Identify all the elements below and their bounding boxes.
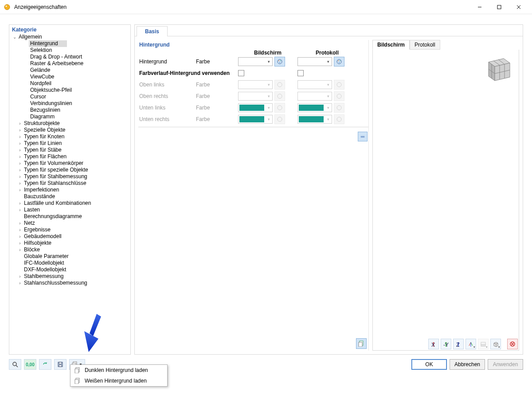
palette-icon [274, 114, 285, 124]
tree-item[interactable]: ⌄Allgemein [11, 34, 129, 40]
svg-rect-64 [75, 379, 78, 384]
view-layers-button: ▾ [478, 339, 489, 349]
tree-item[interactable]: Diagramm [11, 113, 129, 120]
tree-item[interactable]: ›Imperfektionen [11, 187, 129, 193]
row-background: Hintergrund Farbe ▾ ▾ [138, 56, 368, 67]
tab-basis[interactable]: Basis [137, 26, 168, 36]
tree-item[interactable]: ›Typen für Stäbe [11, 147, 129, 153]
app-icon [4, 4, 11, 11]
tree-item[interactable]: ›Stahlanschlussbemessung [11, 280, 129, 286]
tree-item[interactable]: Raster & Arbeitsebene [11, 60, 129, 67]
tree-item[interactable]: Bauzustände [11, 193, 129, 200]
gradient-screen-checkbox[interactable] [238, 70, 244, 76]
tree-item[interactable]: ›Typen für Volumenkörper [11, 160, 129, 167]
tree-item[interactable]: ›Hilfsobjekte [11, 240, 129, 246]
svg-point-52 [13, 362, 16, 366]
category-heading: Kategorie [9, 25, 130, 34]
bg-screen-color[interactable]: ▾ [238, 57, 273, 66]
tree-item[interactable]: Bezugslinien [11, 107, 129, 113]
tree-item[interactable]: ›Typen für spezielle Objekte [11, 167, 129, 173]
tree-item[interactable]: Verbindungslinien [11, 100, 129, 107]
close-button[interactable] [509, 1, 528, 13]
svg-point-0 [4, 4, 10, 10]
tree-item[interactable]: ›Typen für Linien [11, 140, 129, 147]
preset-dropdown-menu: Dunklen Hintergrund laden Weißen Hinterg… [70, 364, 168, 387]
br-print-color: ▾ [297, 115, 332, 124]
svg-text:Z: Z [456, 342, 459, 348]
col-header-screen: Bildschirm [238, 50, 297, 56]
tl-print-color: ▾ [297, 80, 332, 89]
svg-point-12 [340, 60, 340, 61]
tree-item[interactable]: ›Blöcke [11, 246, 129, 253]
bg-screen-palette-icon[interactable] [274, 57, 285, 66]
preview-tabs: Bildschirm Protokoll [372, 40, 519, 50]
svg-point-20 [278, 117, 282, 121]
equalize-button[interactable]: ═ [358, 132, 368, 141]
cube-preview-icon [483, 53, 515, 83]
svg-point-9 [279, 62, 280, 63]
view-z-button[interactable]: Z [453, 339, 464, 349]
search-button[interactable] [9, 359, 21, 370]
svg-point-14 [278, 82, 282, 87]
tree-item[interactable]: ›Gebäudemodell [11, 233, 129, 240]
tree-item[interactable]: Berechnungsdiagramme [11, 213, 129, 220]
row-tl: Oben linksFarbe▾▾ [138, 79, 368, 90]
tree-item[interactable]: ViewCube [11, 74, 129, 80]
preview-tab-print[interactable]: Protokoll [410, 40, 440, 50]
tree-item[interactable]: ›Stahlbemessung [11, 273, 129, 280]
refresh-button[interactable] [39, 359, 51, 370]
view-y-button[interactable]: -Y [441, 339, 451, 349]
tree-item[interactable]: ›Netz [11, 220, 129, 227]
save-button[interactable] [54, 359, 66, 370]
tree-item[interactable]: ›Typen für Knoten [11, 133, 129, 140]
preview-canvas[interactable]: X -Y Z ▾ ▾ ▾ [372, 50, 519, 351]
svg-point-19 [337, 106, 341, 110]
view-x-button[interactable]: X [428, 339, 439, 349]
tree-item[interactable]: Drag & Drop - Antwort [11, 54, 129, 60]
gradient-print-checkbox[interactable] [297, 70, 304, 76]
svg-point-21 [337, 117, 341, 121]
tree-item[interactable]: ›Typen für Stahlanschlüsse [11, 180, 129, 187]
view-iso-button[interactable]: ▾ [466, 339, 476, 349]
category-tree[interactable]: ⌄AllgemeinHintergrundSelektionDrag & Dro… [9, 34, 130, 354]
tree-item[interactable]: Selektion [11, 47, 129, 54]
gradient-label: Farbverlauf-Hintergrund verwenden [138, 70, 238, 76]
preview-tab-screen[interactable]: Bildschirm [372, 40, 410, 50]
tree-item[interactable]: Gelände [11, 67, 129, 74]
ok-button[interactable]: OK [411, 359, 447, 370]
menu-load-dark-bg[interactable]: Dunklen Hintergrund laden [70, 365, 167, 376]
view-reset-button[interactable] [507, 339, 518, 349]
bg-print-color[interactable]: ▾ [297, 57, 332, 66]
apply-button[interactable]: Anwenden [488, 359, 523, 370]
section-title: Hintergrund [138, 40, 368, 50]
tree-item[interactable]: ›Typen für Flächen [11, 153, 129, 160]
tree-item[interactable]: Cursor [11, 94, 129, 100]
svg-point-7 [278, 60, 279, 61]
tr-print-color: ▾ [297, 92, 332, 101]
minimize-button[interactable] [470, 1, 489, 13]
tree-item[interactable]: DXF-Modellobjekt [11, 266, 129, 273]
svg-point-17 [337, 94, 341, 98]
col-header-print: Protokoll [297, 50, 357, 56]
bg-print-palette-icon[interactable] [334, 57, 344, 66]
menu-load-white-bg[interactable]: Weißen Hintergrund laden [70, 376, 167, 386]
tree-item[interactable]: Objektsuche-Pfeil [11, 87, 129, 94]
tree-item[interactable]: ›Strukturobjekte [11, 120, 129, 127]
cancel-button[interactable]: Abbrechen [450, 359, 485, 370]
view-cube-button[interactable]: ▾ [490, 339, 501, 349]
copy-to-clipboard-button[interactable] [356, 338, 367, 349]
row-tr: Oben rechtsFarbe▾▾ [138, 90, 368, 102]
tree-item[interactable]: Nordpfeil [11, 80, 129, 87]
tree-item[interactable]: ›Spezielle Objekte [11, 127, 129, 133]
tree-item[interactable]: ›Ergebnisse [11, 227, 129, 233]
tree-item[interactable]: IFC-Modellobjekt [11, 260, 129, 266]
tree-item[interactable]: ›Lasten [11, 207, 129, 213]
tree-item[interactable]: ›Typen für Stahlbemessung [11, 173, 129, 180]
units-button[interactable]: 0,00 [24, 359, 36, 370]
tree-item[interactable]: ›Lastfälle und Kombinationen [11, 200, 129, 207]
tree-item[interactable]: Hintergrund [11, 40, 129, 47]
maximize-button[interactable] [489, 1, 509, 13]
tree-item[interactable]: Globale Parameter [11, 253, 129, 260]
preview-toolbar: X -Y Z ▾ ▾ ▾ [428, 339, 518, 349]
palette-icon [334, 114, 344, 124]
